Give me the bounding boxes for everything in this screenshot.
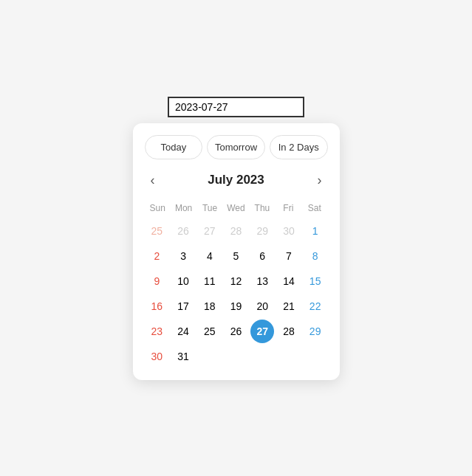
day-cell: 28: [224, 219, 247, 243]
day-cell[interactable]: 28: [277, 320, 301, 343]
day-cell[interactable]: 10: [171, 269, 195, 293]
day-cell[interactable]: 11: [198, 269, 222, 293]
next-month-button[interactable]: ›: [312, 170, 328, 191]
today-button[interactable]: Today: [145, 135, 203, 159]
weekday-wed: Wed: [223, 200, 249, 216]
day-cell[interactable]: 7: [277, 244, 301, 268]
day-cell: 29: [250, 219, 274, 243]
date-input[interactable]: [168, 97, 304, 117]
day-cell: 27: [198, 219, 222, 243]
day-cell[interactable]: 17: [171, 294, 195, 318]
day-cell[interactable]: 30: [145, 345, 168, 368]
day-cell[interactable]: 4: [198, 244, 222, 268]
day-cell[interactable]: 5: [224, 244, 247, 268]
weekday-sat: Sat: [301, 200, 327, 216]
day-cell[interactable]: 29: [304, 320, 327, 343]
calendar-header: ‹ July 2023 ›: [145, 170, 328, 191]
weekday-thu: Thu: [249, 200, 275, 216]
day-cell: 26: [171, 219, 195, 243]
day-cell[interactable]: 25: [198, 320, 222, 343]
month-title: July 2023: [208, 173, 264, 187]
day-cell[interactable]: 20: [250, 294, 274, 318]
in-2-days-button[interactable]: In 2 Days: [270, 135, 328, 159]
day-cell[interactable]: 13: [250, 269, 274, 293]
day-cell[interactable]: 21: [277, 294, 301, 318]
weekday-mon: Mon: [171, 200, 196, 216]
day-cell[interactable]: 23: [145, 320, 168, 343]
day-cell[interactable]: 1: [304, 219, 327, 243]
day-cell[interactable]: 31: [171, 345, 195, 368]
prev-month-button[interactable]: ‹: [145, 170, 161, 191]
day-cell[interactable]: 15: [304, 269, 327, 293]
day-cell[interactable]: 3: [171, 244, 195, 268]
weekday-fri: Fri: [276, 200, 301, 216]
day-cell[interactable]: 12: [224, 269, 247, 293]
day-cell-selected[interactable]: 27: [250, 320, 274, 343]
quick-buttons: Today Tomorrow In 2 Days: [145, 135, 328, 159]
calendar-popup: Today Tomorrow In 2 Days ‹ July 2023 › S…: [133, 123, 340, 380]
days-grid: 25 26 27 28 29 30 1 2 3 4 5 6 7 8 9 10 1…: [145, 219, 328, 368]
weekday-tue: Tue: [196, 200, 222, 216]
weekdays-row: Sun Mon Tue Wed Thu Fri Sat: [145, 200, 328, 216]
day-cell[interactable]: 19: [224, 294, 247, 318]
day-cell[interactable]: 9: [145, 269, 168, 293]
day-cell: 25: [145, 219, 168, 243]
day-cell[interactable]: 2: [145, 244, 168, 268]
day-cell: 30: [277, 219, 301, 243]
calendar-grid: Sun Mon Tue Wed Thu Fri Sat 25 26 27 28 …: [145, 200, 328, 368]
day-cell[interactable]: 6: [250, 244, 274, 268]
tomorrow-button[interactable]: Tomorrow: [207, 135, 265, 159]
day-cell[interactable]: 22: [304, 294, 327, 318]
day-cell[interactable]: 18: [198, 294, 222, 318]
date-picker-container: Today Tomorrow In 2 Days ‹ July 2023 › S…: [133, 97, 340, 380]
day-cell[interactable]: 16: [145, 294, 168, 318]
day-cell[interactable]: 8: [304, 244, 327, 268]
day-cell[interactable]: 14: [277, 269, 301, 293]
day-cell[interactable]: 24: [171, 320, 195, 343]
weekday-sun: Sun: [145, 200, 171, 216]
day-cell[interactable]: 26: [224, 320, 247, 343]
